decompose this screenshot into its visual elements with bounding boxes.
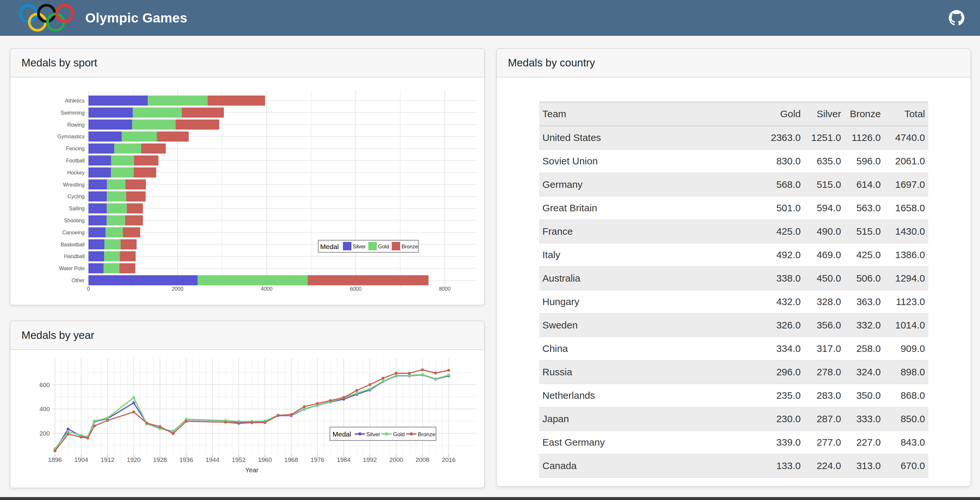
olympic-rings-logo	[19, 4, 75, 32]
cell-gold: 425.0	[765, 220, 804, 243]
legend-symbol-gold	[385, 432, 388, 436]
data-point-bronze	[80, 436, 83, 438]
cell-gold: 133.0	[765, 454, 804, 478]
bar-segment-silver	[89, 156, 111, 166]
x-tick-label: 1992	[363, 456, 377, 463]
medals-by-year-chart: 1896190419121920192819361944195219601968…	[10, 350, 484, 488]
bar-segment-bronze	[141, 143, 166, 154]
data-point-gold	[355, 392, 358, 395]
cell-team: Russia	[539, 360, 765, 384]
data-point-bronze	[106, 419, 109, 422]
bar-segment-gold	[114, 143, 141, 154]
cell-gold: 432.0	[765, 290, 804, 314]
table-row: Canada133.0224.0313.0670.0	[539, 454, 928, 478]
data-point-gold	[132, 396, 135, 399]
cell-team: Sweden	[539, 314, 765, 337]
x-tick-label: 1920	[127, 456, 140, 463]
data-point-bronze	[408, 372, 410, 375]
github-icon[interactable]	[949, 10, 964, 26]
legend-swatch-gold	[368, 242, 377, 250]
x-tick-label: 2000	[172, 286, 183, 291]
data-point-gold	[421, 373, 424, 376]
table-row: Soviet Union830.0635.0596.02061.0	[539, 150, 928, 173]
data-point-bronze	[54, 449, 57, 452]
table-row: Japan230.0287.0333.0850.0	[539, 407, 928, 431]
cell-total: 843.0	[884, 431, 928, 454]
cell-bronze: 506.0	[844, 267, 884, 290]
medals-by-year-title: Medals by year	[21, 329, 94, 341]
cell-gold: 2363.0	[765, 126, 804, 150]
cell-silver: 224.0	[804, 454, 844, 478]
table-row: Australia338.0450.0506.01294.0	[539, 267, 928, 290]
y-tick-label: 200	[39, 430, 50, 437]
bar-series	[89, 96, 428, 285]
bar-segment-bronze	[120, 251, 136, 261]
bar-segment-gold	[148, 96, 208, 106]
bar-segment-bronze	[127, 204, 143, 213]
cell-total: 898.0	[884, 360, 928, 384]
bar-segment-silver	[89, 227, 106, 237]
cell-total: 2061.0	[884, 150, 928, 173]
bar-segment-gold	[107, 204, 127, 213]
x-tick-label: 8000	[439, 286, 451, 291]
cell-team: China	[539, 337, 765, 360]
x-tick-label: 1968	[284, 456, 298, 463]
olympic-ring-red	[55, 4, 74, 23]
data-point-bronze	[290, 413, 293, 416]
bar-segment-gold	[105, 239, 120, 249]
cell-team: Netherlands	[539, 384, 765, 407]
data-point-bronze	[342, 396, 345, 399]
x-tick-label: 6000	[350, 286, 361, 291]
cell-total: 1014.0	[884, 314, 928, 337]
table-row: East Germany339.0277.0227.0843.0	[539, 431, 928, 454]
table-row: France425.0490.0515.01430.0	[539, 220, 928, 243]
cell-silver: 490.0	[804, 220, 844, 243]
data-point-bronze	[277, 414, 280, 417]
table-row: Germany568.0515.0614.01697.0	[539, 173, 928, 196]
cell-total: 1386.0	[884, 243, 928, 267]
bar-segment-bronze	[307, 275, 428, 285]
category-label: Sailing	[69, 206, 84, 211]
x-tick-label: 4000	[261, 286, 273, 291]
category-label: Wrestling	[63, 182, 84, 188]
cell-team: East Germany	[539, 431, 765, 454]
category-label: Football	[66, 158, 84, 163]
bar-segment-bronze	[176, 119, 219, 129]
bar-segment-gold	[104, 263, 119, 274]
legend-symbol-silver	[358, 432, 361, 436]
medals-by-country-card-header: Medals by country	[497, 49, 970, 78]
x-tick-label: 1904	[75, 456, 89, 463]
bar-segment-silver	[89, 119, 132, 129]
bar-segment-gold	[197, 275, 307, 285]
column-header-bronze: Bronze	[844, 102, 884, 126]
x-axis-title: Year	[245, 467, 259, 474]
cell-bronze: 333.0	[844, 407, 884, 431]
category-label: Hockey	[67, 170, 84, 175]
category-label: Handball	[64, 253, 84, 259]
cell-bronze: 363.0	[844, 290, 884, 314]
data-point-bronze	[395, 372, 398, 375]
table-row: Sweden326.0356.0332.01014.0	[539, 314, 928, 337]
cell-team: France	[539, 220, 765, 243]
category-label: Shooting	[64, 218, 84, 223]
cell-silver: 317.0	[804, 337, 844, 360]
medals-by-sport-card-header: Medals by sport	[10, 49, 484, 78]
x-tick-label: 1936	[179, 456, 193, 463]
legend-label: Silver	[366, 431, 380, 438]
chart-legend: MedalSilverGoldBronze	[318, 240, 418, 252]
cell-silver: 277.0	[804, 431, 844, 454]
cell-bronze: 1126.0	[844, 126, 884, 150]
cell-silver: 515.0	[804, 173, 844, 196]
bar-segment-gold	[132, 119, 175, 129]
data-point-bronze	[329, 399, 332, 402]
cell-gold: 296.0	[765, 360, 804, 384]
bar-segment-gold	[111, 167, 134, 177]
data-point-bronze	[382, 377, 385, 380]
cell-total: 1658.0	[884, 196, 928, 220]
bar-segment-silver	[89, 251, 104, 261]
bar-segment-silver	[89, 263, 104, 274]
table-row: Great Britain501.0594.0563.01658.0	[539, 196, 928, 220]
column-header-total: Total	[884, 102, 928, 126]
table-row: China334.0317.0258.0909.0	[539, 337, 928, 360]
data-point-bronze	[264, 421, 266, 424]
